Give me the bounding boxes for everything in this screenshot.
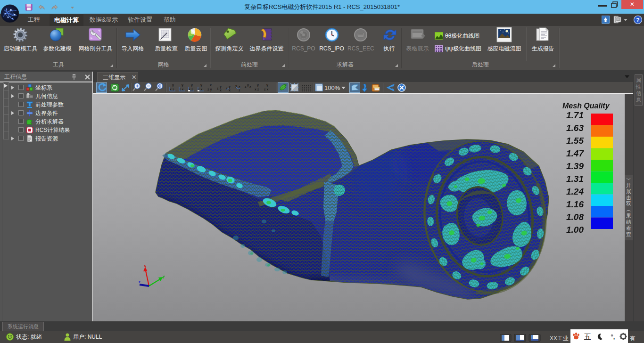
svg-text:y: y — [200, 83, 202, 87]
svg-text:1.00: 1.00 — [566, 225, 584, 235]
svg-text:z x: z x — [179, 88, 183, 91]
svg-text:x: x — [249, 85, 251, 88]
svg-text:x z: x z — [255, 88, 259, 91]
svg-text:Mesh Quality: Mesh Quality — [562, 102, 610, 110]
svg-text:1.16: 1.16 — [566, 199, 584, 209]
svg-text:z: z — [139, 280, 140, 284]
svg-text:100%: 100% — [324, 84, 340, 91]
svg-text:1.31: 1.31 — [566, 174, 584, 184]
svg-text:y: y — [191, 83, 193, 87]
svg-text:y: y — [229, 85, 231, 89]
svg-text:x: x — [210, 83, 212, 87]
svg-text:z y: z y — [207, 88, 212, 91]
svg-text:1.39: 1.39 — [566, 161, 584, 171]
svg-text:z: z — [239, 89, 240, 92]
svg-text:?: ? — [636, 17, 639, 24]
svg-text:x: x — [144, 263, 146, 268]
svg-text:y: y — [247, 83, 249, 87]
svg-text:y: y — [172, 83, 174, 87]
svg-text:1.08: 1.08 — [566, 212, 584, 222]
svg-text:1.55: 1.55 — [566, 136, 584, 146]
svg-text:y: y — [182, 83, 183, 87]
svg-text:y: y — [257, 83, 259, 87]
svg-text:z: z — [217, 87, 219, 90]
svg-text:1.63: 1.63 — [566, 123, 584, 133]
svg-text:x: x — [229, 89, 231, 92]
svg-text:1.71: 1.71 — [566, 110, 584, 120]
svg-text:y: y — [163, 274, 165, 278]
svg-text:1.24: 1.24 — [566, 187, 584, 196]
svg-text:°,: °, — [611, 333, 615, 340]
svg-text:1.47: 1.47 — [566, 148, 584, 158]
svg-text:y: y — [266, 83, 268, 87]
svg-text:y: y — [235, 84, 237, 88]
svg-text:x z: x z — [170, 88, 174, 91]
svg-text:y: y — [220, 85, 222, 89]
svg-text:z x: z x — [264, 88, 268, 91]
svg-text:z: z — [245, 85, 247, 88]
svg-text:x: x — [220, 89, 222, 92]
svg-text:五: 五 — [584, 333, 591, 341]
